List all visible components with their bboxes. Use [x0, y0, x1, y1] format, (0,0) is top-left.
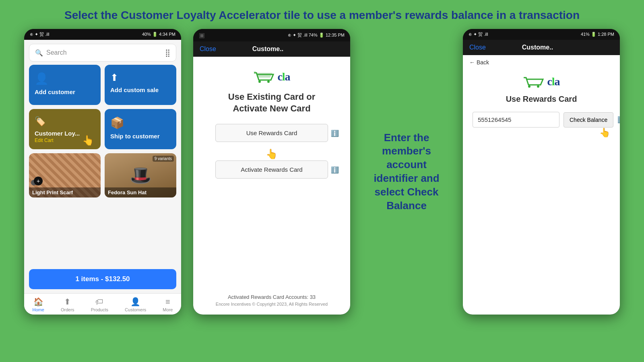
more-icon: ≡ [165, 297, 170, 306]
hat-label: Fedora Sun Hat [105, 187, 176, 197]
phone3-status-left: ⊕ ✦ 贸 .ill [469, 31, 488, 37]
page-title: Select the Customer Loyalty Accelerator … [0, 0, 644, 29]
phone2-close-button[interactable]: Close [200, 45, 216, 53]
upload-icon: ⬆ [110, 72, 118, 83]
phone2-status-bar: ▣ ⊕ ✦ 贸 .ill 74% 🔋 12:35 PM [193, 29, 350, 41]
nav-products[interactable]: 🏷 Products [91, 297, 108, 312]
nav-more-label: More [163, 307, 173, 312]
phone3-close-button[interactable]: Close [469, 44, 486, 51]
phone2-status-left: ▣ [199, 31, 205, 39]
cart-button[interactable]: 1 items - $132.50 [29, 269, 176, 289]
phone2-header: Close Custome.. [193, 41, 350, 57]
product-tiles: Light Print Scarf + 🎩 Fedora Sun Hat 9 v… [24, 153, 181, 197]
phone3-content: cla Use Rewards Card Check Balance 👆 ℹ️ [463, 70, 620, 136]
use-rewards-wrapper: Use Rewards Card ℹ️ 👆 [215, 124, 328, 148]
phone3-screen: ← Back cla [463, 55, 620, 315]
cla-logo: cla [253, 69, 290, 85]
ship-icon: 📦 [110, 116, 124, 130]
back-link[interactable]: ← Back [463, 55, 620, 70]
nav-customers[interactable]: 👤 Customers [125, 297, 146, 312]
nav-orders[interactable]: ⬆ Orders [61, 297, 74, 312]
svg-point-0 [258, 80, 261, 83]
tile-ship-to-customer[interactable]: 📦 Ship to customer [105, 109, 176, 149]
info-icon-1: ℹ️ [331, 129, 339, 137]
phone3-header-title: Custome.. [522, 44, 553, 51]
phone3-logo-svg [523, 74, 547, 90]
tile-add-custom-sale[interactable]: ⬆ Add custom sale [105, 65, 176, 105]
svg-point-2 [528, 85, 530, 88]
info-icon-2: ℹ️ [331, 166, 339, 173]
search-placeholder: Search [46, 49, 165, 56]
loyalty-icon: 🏷️ [35, 116, 45, 127]
check-balance-wrapper: Check Balance 👆 [564, 112, 613, 128]
phone1-status-left: ⊕ ✦ 贸 .ill [30, 31, 50, 37]
products-icon: 🏷 [95, 297, 103, 306]
nav-home[interactable]: 🏠 Home [33, 297, 44, 312]
annotation-text: Enter the member's account identifier an… [374, 131, 439, 213]
nav-orders-label: Orders [61, 307, 74, 312]
card-title: Use Existing Card or Activate New Card [228, 91, 315, 114]
tile-add-customer[interactable]: 👤 Add customer [29, 65, 101, 105]
accounts-count: Activated Rewards Card Accounts: 33 [228, 294, 316, 300]
phone-2: ▣ ⊕ ✦ 贸 .ill 74% 🔋 12:35 PM Close Custom… [193, 29, 350, 315]
home-icon: 🏠 [33, 297, 43, 306]
cursor-hand-check: 👆 [599, 128, 610, 138]
search-bar[interactable]: 🔍 Search ⣿ [29, 44, 176, 62]
phone3-logo-text: cla [547, 75, 559, 88]
person-icon: 👤 [35, 72, 49, 85]
check-balance-button[interactable]: Check Balance [564, 112, 613, 128]
svg-point-1 [267, 80, 270, 83]
use-rewards-card-button[interactable]: Use Rewards Card ℹ️ [215, 124, 328, 142]
nav-home-label: Home [33, 307, 44, 312]
activate-rewards-card-button[interactable]: Activate Rewards Card ℹ️ [215, 160, 328, 179]
variant-label: 9 variants [153, 156, 174, 162]
phone3-header: Close Custome.. [463, 40, 620, 55]
svg-point-3 [537, 85, 539, 88]
nav-products-label: Products [91, 307, 108, 312]
customers-icon: 👤 [130, 297, 140, 306]
annotation-box: Enter the member's account identifier an… [362, 29, 451, 315]
hat-icon: 🎩 [130, 165, 152, 186]
phone1-status-bar: ⊕ ✦ 贸 .ill 40% 🔋 4:34 PM [24, 29, 181, 40]
tile-customer-loyalty[interactable]: 🏷️ Customer Loy... Edit Cart 👆 [29, 109, 101, 149]
phone3-status-bar: ⊕ ✦ 贸 .ill 41% 🔋 1:28 PM [463, 29, 620, 40]
cla-logo-text: cla [277, 70, 290, 83]
nav-more[interactable]: ≡ More [163, 297, 173, 312]
product-hat[interactable]: 🎩 Fedora Sun Hat 9 variants [105, 153, 176, 197]
phone3-cla-logo: cla [523, 74, 559, 90]
orders-icon: ⬆ [64, 297, 71, 306]
product-scarf[interactable]: Light Print Scarf + [29, 153, 101, 197]
action-tiles: 👤 Add customer ⬆ Add custom sale 🏷️ Cust… [24, 65, 181, 149]
account-input[interactable] [473, 112, 559, 128]
phones-row: ⊕ ✦ 贸 .ill 40% 🔋 4:34 PM 🔍 Search ⣿ � [0, 29, 644, 315]
cursor-hand-use-rewards: 👆 [266, 148, 278, 160]
phone2-header-title: Custome.. [252, 45, 283, 53]
phone2-screen: cla Use Existing Card or Activate New Ca… [193, 57, 350, 315]
scarf-label: Light Print Scarf [29, 187, 101, 197]
search-icon: 🔍 [35, 49, 43, 57]
cla-logo-svg [253, 69, 277, 85]
cursor-hand-loyalty: 👆 [82, 135, 94, 146]
phone2-status-right: ⊕ ✦ 贸 .ill 74% 🔋 12:35 PM [288, 32, 345, 38]
activate-rewards-wrapper: Activate Rewards Card ℹ️ [215, 160, 328, 184]
phone1-screen: 🔍 Search ⣿ 👤 Add customer ⬆ Add custom s… [24, 40, 181, 315]
spacer [24, 202, 181, 269]
phone-1: ⊕ ✦ 贸 .ill 40% 🔋 4:34 PM 🔍 Search ⣿ � [24, 29, 181, 315]
info-icon-phone3: ℹ️ [617, 116, 620, 123]
phone-3: ⊕ ✦ 贸 .ill 41% 🔋 1:28 PM Close Custome..… [463, 29, 620, 315]
input-row: Check Balance 👆 ℹ️ [473, 112, 610, 128]
add-badge[interactable]: + [34, 177, 43, 185]
phone3-status-right: 41% 🔋 1:28 PM [581, 32, 614, 37]
copyright-text: Encore Incentives © Copyright 2023, All … [216, 302, 328, 306]
bottom-nav: 🏠 Home ⬆ Orders 🏷 Products 👤 Customers [24, 293, 181, 315]
use-rewards-title: Use Rewards Card [506, 95, 577, 104]
barcode-icon: ⣿ [165, 48, 170, 57]
nav-customers-label: Customers [125, 307, 146, 312]
phone1-status-right: 40% 🔋 4:34 PM [142, 32, 175, 37]
page-container: Select the Customer Loyalty Accelerator … [0, 0, 644, 362]
